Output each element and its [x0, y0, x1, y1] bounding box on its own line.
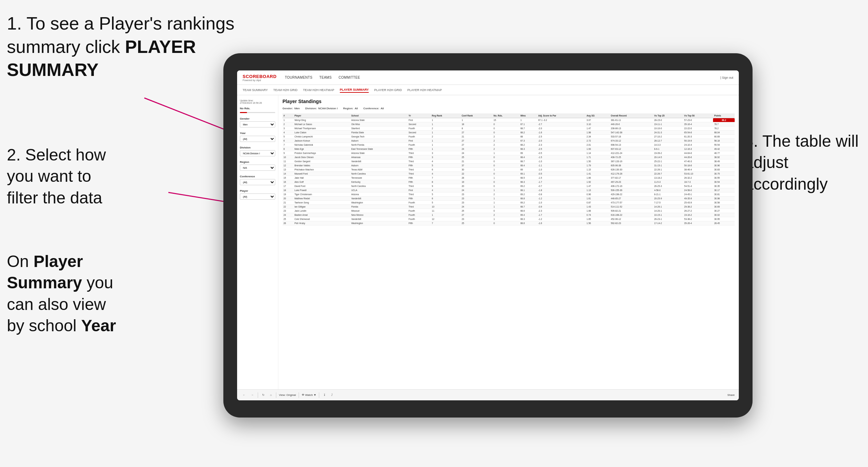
table-cell: -1.5: [537, 155, 586, 159]
division-label: Division: [240, 146, 275, 149]
table-cell: 24-10-4: [683, 143, 713, 147]
filter-division-label: Division:: [305, 107, 317, 110]
table-cell: 13-18-2: [653, 176, 683, 180]
table-cell: -2.5: [537, 135, 586, 139]
table-cell: Kentucky: [350, 180, 408, 184]
division-select[interactable]: NCAA Division I NCAA Division II NCAA Di…: [240, 150, 275, 156]
sidebar-year: Year (All) First Second Third Fourth Fif…: [240, 132, 275, 142]
table-cell: Fifth: [408, 147, 431, 151]
annotation-mid-text: 2. Select how you want to filter the dat…: [7, 146, 106, 207]
table-cell: 22-22-0: [683, 126, 713, 131]
table-cell: 21: [460, 135, 492, 139]
table-row: 21Taehoon SongWashingtonFourth523169.2-1…: [282, 201, 735, 205]
table-row: 14Maxwell FordNorth CarolinaThird422069.…: [282, 172, 735, 176]
table-cell: 440-26-6: [610, 122, 653, 126]
table-cell: -1.6: [537, 131, 586, 135]
table-cell: 8: [460, 126, 492, 131]
sub-nav-player-h2h-grid[interactable]: PLAYER H2H GRID: [374, 88, 402, 92]
table-cell: Fifth: [408, 164, 431, 168]
table-cell: 9: [282, 151, 293, 155]
no-rds-label: No Rds.: [240, 107, 275, 110]
table-cell: Fourth: [408, 201, 431, 205]
table-cell: Michael Le Sasso: [293, 122, 350, 126]
toolbar-download[interactable]: ↧: [322, 393, 327, 397]
table-cell: 0.74: [586, 213, 610, 217]
table-cell: Petr Hruby: [293, 221, 350, 225]
table-cell: -0.7: [537, 184, 586, 188]
table-cell: 1: [492, 197, 519, 201]
table-row: 20Matthew RiedelVanderbiltFifth623168.8-…: [282, 197, 735, 201]
region-select[interactable]: N/A All: [240, 165, 275, 171]
sub-nav-player-summary[interactable]: PLAYER SUMMARY: [340, 87, 369, 93]
toolbar-refresh[interactable]: ↻: [261, 393, 266, 397]
table-cell: Fifth: [408, 180, 431, 184]
table-cell: 2: [492, 135, 519, 139]
sub-nav-team-h2h-grid[interactable]: TEAM H2H GRID: [273, 88, 298, 92]
nav-tournaments[interactable]: TOURNAMENTS: [285, 75, 312, 80]
table-cell: Arkansas: [350, 155, 408, 159]
toolbar-share-icon[interactable]: ⤴: [330, 393, 334, 397]
watch-button[interactable]: 👁 Watch ▼: [302, 393, 316, 397]
table-cell: 20: [460, 184, 492, 188]
table-cell: 61-20-3: [683, 135, 713, 139]
table-cell: Fourth: [408, 135, 431, 139]
table-cell: Third: [408, 151, 431, 155]
table-cell: 387-133-16: [610, 159, 653, 164]
nav-teams[interactable]: TEAMS: [319, 75, 332, 80]
col-overall: Overall Record: [610, 113, 653, 118]
table-cell: 4: [431, 159, 461, 164]
tablet-frame: SCOREBOARD Powered by clipd TOURNAMENTS …: [223, 53, 753, 418]
table-cell: 30.69: [713, 205, 735, 209]
table-cell: 13: [282, 168, 293, 172]
table-cell: 20: [282, 197, 293, 201]
table-cell: 2: [282, 122, 293, 126]
table-row: 17David FordNorth CarolinaThird920069.2-…: [282, 184, 735, 188]
table-cell: 37: [460, 164, 492, 168]
gender-select[interactable]: Men Women: [240, 121, 275, 127]
sub-nav-team-summary[interactable]: TEAM SUMMARY: [243, 88, 268, 92]
table-cell: 23: [460, 192, 492, 197]
table-cell: 1: [492, 201, 519, 205]
year-select[interactable]: (All) First Second Third Fourth Fifth: [240, 136, 275, 142]
sign-out-link[interactable]: | Sign out: [720, 76, 733, 79]
table-cell: 11: [282, 159, 293, 164]
table-cell: 24-58-0: [683, 188, 713, 192]
slider-container[interactable]: [240, 112, 275, 113]
table-cell: Mats Ege: [293, 147, 350, 151]
conference-select[interactable]: (All): [240, 179, 275, 185]
toolbar-back[interactable]: ←: [241, 393, 247, 397]
table-cell: 53-61-10: [683, 172, 713, 176]
table-cell: -1.2: [537, 217, 586, 221]
table-cell: -2.0: [537, 139, 586, 143]
filter-division: Division: NCAA Division I: [305, 107, 337, 110]
table-cell: 15: [282, 176, 293, 180]
player-select[interactable]: (All): [240, 193, 275, 200]
table-cell: 54-51-4: [683, 184, 713, 188]
sub-nav-player-h2h-heatmap[interactable]: PLAYER H2H HEATMAP: [407, 88, 442, 92]
table-cell: 1.66: [586, 176, 610, 180]
table-cell: UCLA: [350, 188, 408, 192]
table-cell: 208-86-13: [610, 126, 653, 131]
table-cell: -1.7: [537, 213, 586, 217]
table-cell: 18: [282, 188, 293, 192]
table-cell: 27: [460, 143, 492, 147]
nav-committee[interactable]: COMMITTEE: [338, 75, 360, 80]
table-cell: -2.3: [537, 143, 586, 147]
toolbar-home[interactable]: ⌂: [269, 393, 273, 397]
table-row: 8Mats EgeEast Tennessee StateFifth124268…: [282, 147, 735, 151]
bottom-toolbar: ← → ↻ ⌂ View: Original 👁 Watch ▼ ↧ ⤴ Sha…: [237, 389, 739, 400]
table-cell: 412-179-28: [610, 172, 653, 176]
table-cell: Third: [408, 192, 431, 197]
sub-nav-team-h2h-heatmap[interactable]: TEAM H2H HEATMAP: [303, 88, 334, 92]
toolbar-forward[interactable]: →: [249, 393, 255, 397]
table-cell: 49.42: [713, 147, 735, 151]
table-cell: 38-46-4: [683, 168, 713, 172]
table-cell: Arizona: [350, 192, 408, 197]
table-cell: David Ford: [293, 184, 350, 188]
table-row: 10Jacob Skov OlesenArkansasFifth325068.4…: [282, 155, 735, 159]
table-cell: 30.83: [713, 168, 735, 172]
share-label[interactable]: Share: [727, 393, 735, 397]
table-cell: 0: [492, 221, 519, 225]
filter-gender: Gender: Men: [282, 107, 300, 110]
table-cell: 9: [431, 184, 461, 188]
